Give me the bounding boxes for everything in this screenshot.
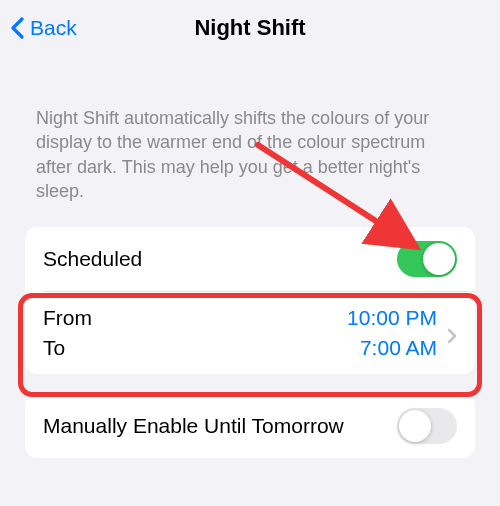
- back-button-label: Back: [30, 16, 77, 40]
- manual-enable-row[interactable]: Manually Enable Until Tomorrow: [25, 394, 475, 458]
- back-button[interactable]: Back: [0, 16, 77, 40]
- scheduled-row[interactable]: Scheduled: [25, 227, 475, 291]
- schedule-time-row[interactable]: From 10:00 PM To 7:00 AM: [25, 292, 475, 374]
- toggle-knob: [399, 410, 431, 442]
- manual-group: Manually Enable Until Tomorrow: [25, 394, 475, 458]
- scheduled-label: Scheduled: [43, 247, 142, 271]
- schedule-time-labels: From 10:00 PM To 7:00 AM: [43, 306, 437, 360]
- section-description: Night Shift automatically shifts the col…: [0, 56, 500, 227]
- to-time-value: 7:00 AM: [360, 336, 437, 360]
- navigation-bar: Back Night Shift: [0, 0, 500, 56]
- to-label: To: [43, 336, 65, 360]
- from-time-value: 10:00 PM: [347, 306, 437, 330]
- manual-enable-toggle[interactable]: [397, 408, 457, 444]
- chevron-right-icon: [447, 325, 457, 341]
- manual-enable-label: Manually Enable Until Tomorrow: [43, 414, 344, 438]
- toggle-knob: [423, 243, 455, 275]
- from-label: From: [43, 306, 92, 330]
- chevron-left-icon: [10, 17, 24, 39]
- schedule-group: Scheduled From 10:00 PM To 7:00 AM: [25, 227, 475, 374]
- scheduled-toggle[interactable]: [397, 241, 457, 277]
